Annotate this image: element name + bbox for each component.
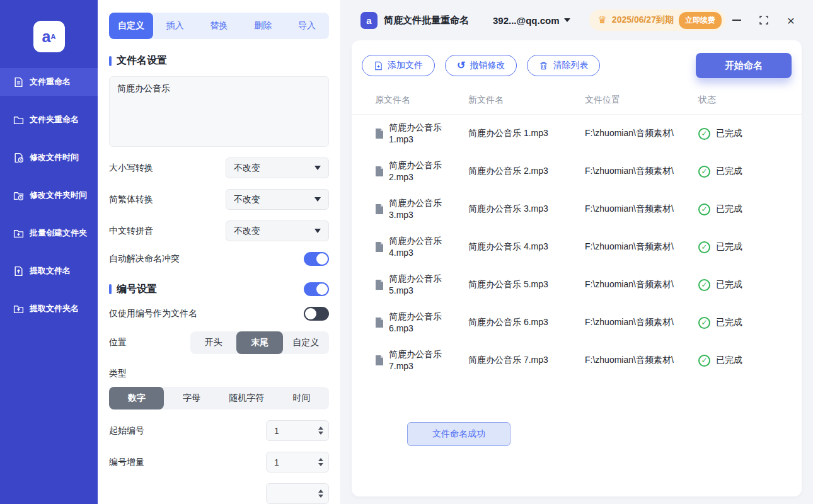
add-file-icon	[374, 61, 383, 71]
chevron-down-icon	[314, 229, 321, 233]
increment-input[interactable]: 1	[266, 452, 329, 472]
auto-resolve-toggle[interactable]	[304, 252, 329, 266]
settings-panel: 自定义 插入 替换 删除 导入 文件名设置 简鹿办公音乐 大小写转换 不改变 简…	[98, 0, 340, 504]
original-filename: 简鹿办公音乐 7.mp3	[389, 348, 459, 372]
app-logo-icon: aA	[33, 21, 65, 52]
check-circle-icon: ✓	[698, 128, 710, 140]
auto-resolve-label: 自动解决命名冲突	[109, 253, 180, 265]
start-number-value: 1	[274, 426, 279, 436]
start-rename-button[interactable]: 开始命名	[696, 53, 792, 78]
table-row[interactable]: 简鹿办公音乐 7.mp3 简鹿办公音乐 7.mp3 F:\zhuomian\音频…	[352, 341, 802, 379]
filename-section-title: 文件名设置	[109, 54, 329, 67]
type-option-random[interactable]: 随机字符	[219, 387, 274, 410]
filename-input[interactable]: 简鹿办公音乐	[109, 76, 329, 147]
table-row[interactable]: 简鹿办公音乐 4.mp3 简鹿办公音乐 4.mp3 F:\zhuomian\音频…	[352, 228, 802, 266]
tab-replace[interactable]: 替换	[197, 13, 241, 39]
new-filename: 简鹿办公音乐 2.mp3	[468, 166, 585, 177]
tab-import[interactable]: 导入	[285, 13, 329, 39]
table-row[interactable]: 简鹿办公音乐 3.mp3 简鹿办公音乐 3.mp3 F:\zhuomian\音频…	[352, 190, 802, 228]
type-option-letter[interactable]: 字母	[164, 387, 219, 410]
table-row[interactable]: 简鹿办公音乐 2.mp3 简鹿办公音乐 2.mp3 F:\zhuomian\音频…	[352, 152, 802, 190]
tab-insert[interactable]: 插入	[153, 13, 197, 39]
new-filename: 简鹿办公音乐 6.mp3	[468, 317, 585, 328]
main-area: a 简鹿文件批量重命名 392...@qq.com ♛ 2025/06/27到期…	[340, 0, 813, 504]
original-filename: 简鹿办公音乐 6.mp3	[389, 311, 459, 335]
check-circle-icon: ✓	[698, 317, 710, 329]
expiry-date-text: 2025/06/27到期	[612, 14, 674, 26]
file-location: F:\zhuomian\音频素材\	[585, 128, 698, 139]
position-option-end[interactable]: 末尾	[236, 331, 282, 354]
case-convert-dropdown[interactable]: 不改变	[226, 158, 329, 178]
app-window: aA 文件重命名 文件夹重命名 修改文件时间 修改文件夹时间 批量创建文件夹 提…	[0, 0, 813, 504]
new-filename: 简鹿办公音乐 7.mp3	[468, 355, 585, 366]
status-text: 已完成	[716, 203, 742, 215]
folder-rename-icon	[13, 114, 24, 125]
only-number-toggle[interactable]	[304, 307, 329, 321]
status-text: 已完成	[716, 317, 742, 328]
case-convert-label: 大小写转换	[109, 163, 153, 174]
clear-list-button[interactable]: 清除列表	[527, 55, 600, 76]
dropdown-value: 不改变	[234, 163, 260, 174]
undo-button[interactable]: ↺ 撤销修改	[445, 55, 517, 76]
file-location: F:\zhuomian\音频素材\	[585, 355, 698, 366]
type-option-number[interactable]: 数字	[109, 387, 164, 410]
minimize-icon	[732, 20, 741, 21]
stepper-icon[interactable]	[318, 458, 323, 466]
account-dropdown[interactable]: 392...@qq.com	[493, 15, 570, 26]
minimize-button[interactable]	[731, 14, 742, 26]
file-icon	[375, 318, 384, 328]
check-circle-icon: ✓	[698, 355, 710, 367]
check-circle-icon: ✓	[698, 166, 710, 178]
only-number-label: 仅使用编号作为文件名	[109, 308, 197, 319]
tab-custom[interactable]: 自定义	[109, 13, 153, 39]
new-filename: 简鹿办公音乐 4.mp3	[468, 241, 585, 253]
simplified-traditional-dropdown[interactable]: 不改变	[226, 189, 329, 210]
partial-number-input[interactable]	[266, 483, 329, 504]
table-row[interactable]: 简鹿办公音乐 6.mp3 简鹿办公音乐 6.mp3 F:\zhuomian\音频…	[352, 304, 802, 341]
sidebar-item-batch-create-folder[interactable]: 批量创建文件夹	[0, 219, 98, 247]
sidebar-item-label: 提取文件名	[30, 265, 71, 277]
numbering-toggle[interactable]	[304, 282, 329, 296]
renew-button[interactable]: 立即续费	[679, 12, 722, 29]
sidebar-item-extract-filename[interactable]: 提取文件名	[0, 257, 98, 285]
type-segmented-control: 数字 字母 随机字符 时间	[109, 387, 329, 410]
file-location: F:\zhuomian\音频素材\	[585, 203, 698, 215]
header-original-filename: 原文件名	[375, 94, 468, 106]
table-row[interactable]: 简鹿办公音乐 5.mp3 简鹿办公音乐 5.mp3 F:\zhuomian\音频…	[352, 266, 802, 304]
position-segmented-control: 开头 末尾 自定义	[190, 331, 329, 354]
close-button[interactable]: ×	[785, 14, 797, 26]
start-number-input[interactable]: 1	[266, 420, 329, 441]
sidebar-item-label: 文件夹重命名	[30, 114, 79, 125]
close-icon: ×	[787, 14, 795, 27]
position-option-custom[interactable]: 自定义	[283, 331, 329, 354]
sidebar-item-extract-foldername[interactable]: 提取文件夹名	[0, 295, 98, 323]
tab-delete[interactable]: 删除	[241, 13, 285, 39]
stepper-icon[interactable]	[318, 427, 323, 435]
check-circle-icon: ✓	[698, 241, 710, 253]
position-option-start[interactable]: 开头	[190, 331, 236, 354]
sidebar-item-file-time[interactable]: 修改文件时间	[0, 144, 98, 171]
new-filename: 简鹿办公音乐 3.mp3	[468, 203, 585, 215]
header-status: 状态	[698, 94, 792, 106]
original-filename: 简鹿办公音乐 3.mp3	[389, 197, 459, 221]
sidebar-item-file-rename[interactable]: 文件重命名	[0, 68, 98, 96]
sidebar-item-folder-time[interactable]: 修改文件夹时间	[0, 181, 98, 209]
status-text: 已完成	[716, 166, 742, 177]
table-row[interactable]: 简鹿办公音乐 1.mp3 简鹿办公音乐 1.mp3 F:\zhuomian\音频…	[352, 115, 802, 152]
file-list-card: 添加文件 ↺ 撤销修改 清除列表 开始命名 原文件名 新文件名 文件位置 状态	[352, 40, 802, 496]
pinyin-convert-dropdown[interactable]: 不改变	[226, 220, 329, 241]
maximize-button[interactable]	[758, 14, 770, 26]
add-files-button[interactable]: 添加文件	[362, 55, 435, 76]
sidebar-item-folder-rename[interactable]: 文件夹重命名	[0, 106, 98, 134]
new-filename: 简鹿办公音乐 1.mp3	[468, 128, 585, 139]
file-icon	[375, 129, 384, 139]
type-option-time[interactable]: 时间	[274, 387, 329, 410]
rename-success-message[interactable]: 文件命名成功	[407, 422, 510, 446]
folder-time-icon	[13, 190, 24, 201]
stepper-icon[interactable]	[318, 490, 323, 498]
file-location: F:\zhuomian\音频素材\	[585, 317, 698, 328]
file-time-icon	[13, 152, 24, 163]
sidebar-item-label: 修改文件时间	[30, 152, 79, 163]
trash-icon	[539, 61, 548, 71]
pinyin-convert-label: 中文转拼音	[109, 226, 153, 237]
